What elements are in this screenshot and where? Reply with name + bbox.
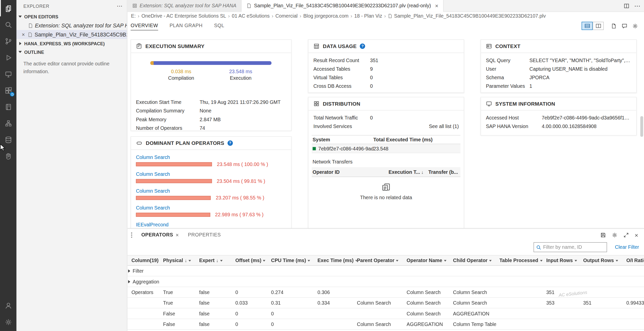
breadcrumb-item[interactable]: OneDrive - AC Enterprise Solutions SL [141, 13, 226, 19]
column-header[interactable]: Output Rows [583, 258, 626, 263]
workspace-section-header[interactable]: HANA_EXPRESS_WS (WORKSPACE) [16, 39, 127, 48]
breadcrumb-item[interactable]: 18 - Plan Viz [354, 13, 382, 19]
column-menu-icon[interactable] [540, 260, 542, 262]
column-menu-icon[interactable] [263, 260, 265, 262]
tab-plan-graph[interactable]: PLAN GRAPH [170, 23, 203, 30]
column-menu-icon[interactable] [189, 260, 191, 262]
filter-input-box[interactable] [534, 242, 607, 252]
column-menu-icon[interactable] [220, 260, 223, 262]
column-menu-icon[interactable] [575, 260, 577, 262]
column-header[interactable]: Offset (ms) [235, 258, 271, 263]
operator-link[interactable]: Column Search [136, 171, 170, 177]
table-row[interactable]: Truefalse0.0330.310.334Column SearchColu… [127, 298, 644, 308]
new-file-icon[interactable] [611, 23, 617, 29]
breadcrumb-item[interactable]: Blog jorgeporca.com [303, 13, 349, 19]
sidebar-more-actions-icon[interactable]: ··· [117, 4, 123, 9]
filter-input[interactable] [543, 244, 605, 250]
column-header[interactable]: Column(19) [127, 258, 163, 263]
rows-view-toggle[interactable] [582, 22, 593, 30]
operator-link[interactable]: Column Search [136, 154, 170, 160]
column-header[interactable]: Expert↓ [199, 258, 235, 263]
open-editor-item[interactable]: Extension: SQL analyzer tool for SAP HAN… [16, 21, 127, 30]
field-value[interactable]: See all list (1) [429, 123, 459, 130]
activity-extensions-button[interactable] [0, 82, 16, 99]
operator-link[interactable]: Column Search [136, 205, 170, 211]
activity-source-control-button[interactable] [0, 33, 16, 49]
outline-section-header[interactable]: OUTLINE [16, 48, 127, 56]
editor-more-actions-icon[interactable]: ··· [634, 3, 640, 9]
column-menu-icon[interactable] [355, 260, 357, 262]
editor-tab-extension[interactable]: Extension: SQL analyzer tool for SAP HAN… [127, 0, 242, 12]
table-row[interactable]: OperatorsTruefalse00.2740.306Column Sear… [127, 287, 644, 298]
open-editors-section-header[interactable]: OPEN EDITORS [16, 12, 127, 21]
table-cell[interactable]: Column Search [357, 300, 407, 306]
column-header[interactable]: Parent Operator [357, 258, 407, 263]
table-row[interactable]: Falsefalse00Column SearchAGGREGATIONColu… [127, 319, 644, 330]
panel-tab-properties[interactable]: PROPERTIES [188, 232, 221, 238]
editor-tab-plv-file[interactable]: Sample_Plan_Viz_File_54183C45C9B100449E3… [242, 0, 444, 12]
column-header[interactable]: Table Processed [499, 258, 546, 263]
column-header[interactable]: Execution T...↓ [388, 169, 428, 175]
column-menu-icon[interactable] [616, 260, 618, 262]
activity-symbols-button[interactable] [0, 115, 16, 131]
expand-icon[interactable] [128, 280, 130, 283]
operator-link[interactable]: Column Search [136, 188, 170, 194]
column-header[interactable]: Operator ID [312, 169, 388, 175]
column-header[interactable]: Transfer (b... [428, 169, 460, 175]
activity-hana-tool-button[interactable] [0, 148, 16, 164]
activity-run-debug-button[interactable] [0, 49, 16, 66]
column-menu-icon[interactable] [308, 260, 310, 262]
activity-explorer-button[interactable] [0, 0, 16, 16]
column-header[interactable]: O/I Ratio [626, 258, 644, 263]
column-header[interactable]: Child Operator [453, 258, 499, 263]
group-row[interactable]: Aggregation [127, 276, 644, 287]
columns-view-toggle[interactable] [593, 22, 604, 30]
gear-icon[interactable] [612, 232, 618, 238]
settings-button[interactable] [0, 314, 16, 330]
breadcrumb-item[interactable]: Comercial [275, 13, 298, 19]
activity-database-button[interactable] [0, 131, 16, 148]
column-menu-icon[interactable] [489, 260, 492, 262]
table-cell[interactable]: Column Search [407, 300, 453, 306]
breadcrumb-item[interactable]: E: [131, 13, 136, 19]
account-button[interactable] [0, 297, 16, 314]
breadcrumb-item[interactable]: Sample_Plan_Viz_File_54183C45C9B100449E3… [388, 13, 546, 19]
save-icon[interactable] [600, 232, 606, 238]
close-tab-icon[interactable]: × [176, 232, 179, 238]
table-cell[interactable]: Column Search [453, 300, 499, 306]
panel-drag-handle-icon[interactable] [131, 232, 132, 237]
activity-notebook-button[interactable] [0, 99, 16, 115]
breadcrumb-item[interactable]: 01 AC eSolutions [232, 13, 270, 19]
info-icon[interactable]: ? [227, 140, 233, 146]
scrollbar-thumb[interactable] [640, 116, 643, 137]
column-header[interactable]: Exec Time (ms) [317, 258, 357, 263]
table-cell[interactable]: Column Search [407, 289, 453, 295]
column-menu-icon[interactable] [396, 260, 398, 262]
close-panel-icon[interactable]: × [635, 232, 638, 238]
operator-link[interactable]: IEEvalPrecond [136, 222, 169, 228]
close-editor-icon[interactable]: × [22, 32, 28, 37]
column-menu-icon[interactable] [444, 260, 446, 262]
info-icon[interactable]: ? [360, 44, 365, 49]
expand-icon[interactable] [128, 269, 130, 272]
table-cell[interactable]: Column Search [453, 289, 499, 295]
close-tab-icon[interactable]: × [435, 3, 438, 9]
panel-tab-operators[interactable]: OPERATORS × [141, 232, 179, 238]
column-header[interactable]: Operator Name [407, 258, 453, 263]
tab-sql[interactable]: SQL [214, 23, 224, 30]
activity-remote-explorer-button[interactable] [0, 66, 16, 82]
comment-icon[interactable] [621, 23, 627, 29]
group-row[interactable]: Filter [127, 266, 644, 276]
column-header[interactable]: Physical↓ [163, 258, 199, 263]
tab-overview[interactable]: OVERVIEW [131, 23, 158, 30]
table-row[interactable]: Falsefalse00Column SearchAGGREGATION [127, 308, 644, 319]
field-value[interactable]: 9 [370, 66, 373, 72]
systems-table-row[interactable]: 7eb9f2e7-c086-4496-9adc-d3a 23.548 [312, 144, 460, 153]
activity-search-button[interactable] [0, 16, 16, 33]
column-header[interactable]: Input Rows [546, 258, 583, 263]
clear-filter-link[interactable]: Clear Filter [615, 244, 639, 250]
split-editor-icon[interactable] [623, 3, 629, 9]
maximize-panel-icon[interactable] [623, 232, 629, 238]
settings-gear-icon[interactable] [632, 23, 638, 29]
column-header[interactable]: CPU Time (ms) [271, 258, 317, 263]
